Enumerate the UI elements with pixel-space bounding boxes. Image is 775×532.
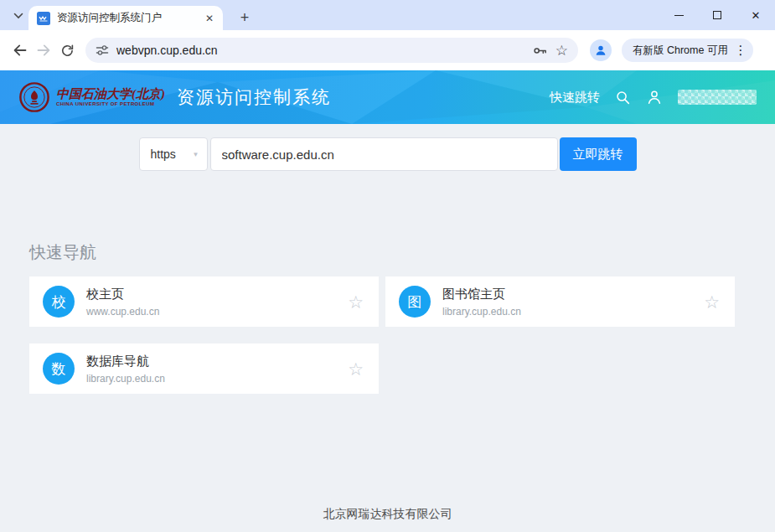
favorite-star-icon[interactable]: ☆ — [348, 360, 364, 378]
quick-nav-heading: 快速导航 — [29, 241, 735, 264]
bookmark-star-icon[interactable]: ☆ — [555, 44, 568, 58]
new-tab-button[interactable]: + — [235, 8, 255, 28]
maximize-icon — [713, 11, 721, 19]
quick-jump-link[interactable]: 快速跳转 — [550, 90, 600, 106]
forward-arrow-icon — [35, 42, 52, 59]
quick-nav-cards: 校 校主页 www.cup.edu.cn ☆ 图 图书馆主页 library.c… — [29, 276, 735, 394]
target-url-input[interactable] — [210, 137, 558, 171]
jump-now-button[interactable]: 立即跳转 — [560, 137, 637, 171]
forward-button[interactable] — [32, 39, 55, 62]
card-url: library.cup.edu.cn — [86, 373, 348, 385]
window-close-button[interactable]: ✕ — [736, 0, 775, 30]
chrome-update-chip[interactable]: 有新版 Chrome 可用 ⋮ — [622, 39, 753, 62]
browser-window: 资源访问控制系统门户 ✕ + ✕ webvpn.cup.edu.cn — [0, 0, 775, 532]
browser-tab-active[interactable]: 资源访问控制系统门户 ✕ — [28, 6, 223, 30]
protocol-select[interactable]: https ▼ — [139, 137, 208, 171]
profile-avatar[interactable] — [590, 39, 612, 61]
window-maximize-button[interactable] — [698, 0, 736, 30]
university-name-cn: 中国石油大学(北京) — [56, 87, 165, 101]
username-redacted[interactable] — [678, 90, 757, 105]
tab-search-button[interactable] — [9, 8, 28, 24]
university-name-en: CHINA UNIVERSITY OF PETROLEUM — [56, 101, 165, 107]
university-logo: 中国石油大学(北京) CHINA UNIVERSITY OF PETROLEUM — [18, 81, 165, 113]
card-title: 数据库导航 — [86, 354, 348, 369]
search-icon[interactable] — [615, 90, 631, 106]
quick-nav-section: 快速导航 校 校主页 www.cup.edu.cn ☆ 图 图书馆主页 libr… — [29, 241, 735, 394]
reload-icon — [59, 43, 75, 59]
browser-menu-kebab-icon[interactable]: ⋮ — [734, 43, 747, 58]
nav-card-library-homepage[interactable]: 图 图书馆主页 library.cup.edu.cn ☆ — [385, 276, 735, 327]
jump-form: https ▼ 立即跳转 — [0, 137, 775, 171]
caret-down-icon: ▼ — [193, 151, 199, 158]
header-actions: 快速跳转 — [550, 89, 757, 106]
webvpn-favicon-icon — [37, 12, 50, 25]
user-icon[interactable] — [646, 89, 663, 106]
page-footer: 北京网瑞达科技有限公司 — [0, 507, 775, 532]
favorite-star-icon[interactable]: ☆ — [704, 293, 720, 311]
profile-person-icon — [594, 44, 607, 57]
browser-titlebar: 资源访问控制系统门户 ✕ + ✕ — [0, 0, 775, 30]
university-seal-icon — [18, 81, 50, 113]
back-arrow-icon — [12, 42, 28, 59]
chrome-update-label: 有新版 Chrome 可用 — [633, 44, 728, 58]
nav-card-school-homepage[interactable]: 校 校主页 www.cup.edu.cn ☆ — [29, 276, 379, 327]
university-logo-text: 中国石油大学(北京) CHINA UNIVERSITY OF PETROLEUM — [56, 87, 165, 106]
card-title: 图书馆主页 — [442, 287, 704, 302]
card-texts: 数据库导航 library.cup.edu.cn — [86, 354, 348, 385]
favorite-star-icon[interactable]: ☆ — [348, 293, 364, 311]
webvpn-page: 中国石油大学(北京) CHINA UNIVERSITY OF PETROLEUM… — [0, 70, 775, 532]
card-initial-icon: 数 — [43, 353, 75, 385]
back-button[interactable] — [8, 39, 32, 62]
card-url: www.cup.edu.cn — [86, 306, 348, 318]
card-title: 校主页 — [86, 287, 348, 302]
site-info-tune-icon[interactable] — [96, 44, 109, 57]
protocol-value: https — [151, 147, 193, 161]
window-minimize-button[interactable] — [659, 0, 698, 30]
card-texts: 校主页 www.cup.edu.cn — [86, 287, 348, 318]
tab-title: 资源访问控制系统门户 — [57, 11, 196, 25]
card-texts: 图书馆主页 library.cup.edu.cn — [442, 287, 704, 318]
site-header: 中国石油大学(北京) CHINA UNIVERSITY OF PETROLEUM… — [0, 70, 775, 124]
browser-toolbar: webvpn.cup.edu.cn ☆ 有新版 Chrome 可用 ⋮ — [0, 30, 775, 70]
reload-button[interactable] — [55, 39, 79, 62]
chevron-down-icon — [13, 13, 23, 19]
nav-card-database-navigation[interactable]: 数 数据库导航 library.cup.edu.cn ☆ — [29, 343, 379, 394]
url-text[interactable]: webvpn.cup.edu.cn — [116, 44, 524, 57]
card-initial-icon: 校 — [43, 286, 75, 318]
address-bar[interactable]: webvpn.cup.edu.cn ☆ — [85, 38, 578, 63]
card-initial-icon: 图 — [399, 286, 431, 318]
window-controls: ✕ — [659, 0, 775, 30]
site-title: 资源访问控制系统 — [177, 85, 331, 109]
password-key-icon[interactable] — [532, 43, 548, 59]
minimize-icon — [674, 15, 684, 16]
tab-close-icon[interactable]: ✕ — [203, 12, 216, 25]
card-url: library.cup.edu.cn — [442, 306, 704, 318]
